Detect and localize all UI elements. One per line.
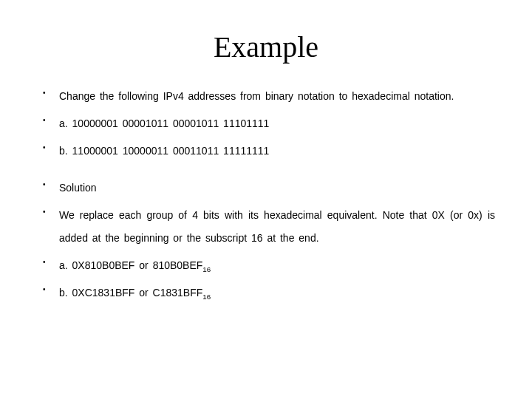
spacer <box>37 166 495 177</box>
slide-title: Example <box>37 30 495 64</box>
bullet-item-b-hex: b. 0XC1831BFF or C1831BFF16 <box>37 282 495 304</box>
bullet-item-a-binary: a. 10000001 00001011 00001011 11101111 <box>37 112 495 135</box>
bullet-item-solution-label: Solution <box>37 177 495 200</box>
bullet-item-question: Change the following IPv4 addresses from… <box>37 85 495 108</box>
subscript-16: 16 <box>202 293 211 301</box>
bullet-list-solution: Solution We replace each group of 4 bits… <box>37 177 495 304</box>
answer-a-text: a. 0X810B0BEF or 810B0BEF <box>59 259 202 271</box>
subscript-16: 16 <box>202 265 211 273</box>
bullet-item-b-binary: b. 11000001 10000011 00011011 11111111 <box>37 140 495 163</box>
answer-b-text: b. 0XC1831BFF or C1831BFF <box>59 287 202 299</box>
bullet-item-solution-text: We replace each group of 4 bits with its… <box>37 204 495 250</box>
bullet-list: Change the following IPv4 addresses from… <box>37 85 495 162</box>
bullet-item-a-hex: a. 0X810B0BEF or 810B0BEF16 <box>37 254 495 277</box>
